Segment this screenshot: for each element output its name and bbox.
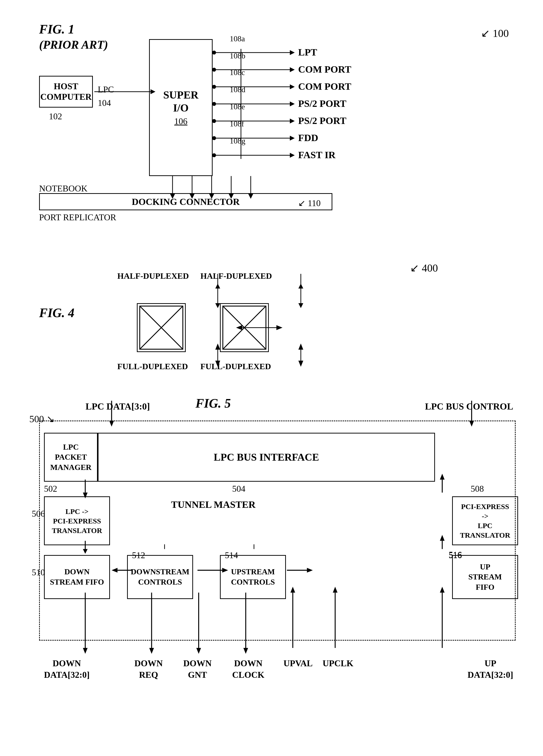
lpc-label: LPC <box>98 84 114 95</box>
fig1-prior-art: (PRIOR ART) <box>39 38 108 51</box>
port-lpt: LPT <box>298 46 317 58</box>
lpc-packet-manager-text: LPC PACKET MANAGER <box>50 442 92 473</box>
fig5-section: FIG. 5 500 ↘ LPC DATA[3:0] LPC BUS CONTR… <box>24 394 538 712</box>
lpc-bus-if-text: LPC BUS INTERFACE <box>214 451 319 463</box>
svg-marker-87 <box>149 648 154 654</box>
ref-104: 104 <box>98 98 111 108</box>
ref-508: 508 <box>471 484 484 494</box>
fig1-ref-100: ↙ 100 <box>481 27 509 40</box>
svg-point-23 <box>212 136 216 140</box>
svg-marker-13 <box>290 84 295 89</box>
svg-point-19 <box>212 119 216 123</box>
bottom-label-down-data: DOWNDATA[32:0] <box>44 658 90 681</box>
docking-connector-box: DOCKING CONNECTOR <box>39 193 332 210</box>
ref-108b: 108b <box>230 51 246 60</box>
ref-514: 514 <box>225 550 238 560</box>
fig4-section: FIG. 4 ↙ 400 HALF-DUPLEXED HALF-DUPLEXED… <box>20 249 523 384</box>
svg-marker-56 <box>215 361 220 367</box>
bottom-label-down-clock: DOWNCLOCK <box>232 658 265 681</box>
fig1-section: FIG. 1 (PRIOR ART) ↙ 100 HOST COMPUTER 1… <box>20 15 523 235</box>
bottom-label-upclk: UPCLK <box>322 658 353 669</box>
ref-502: 502 <box>44 484 57 494</box>
svg-marker-89 <box>196 648 201 654</box>
bottom-label-upval: UPVAL <box>283 658 312 669</box>
tunnel-master-label: TUNNEL MASTER <box>171 499 256 510</box>
lpc-pci-trans-text: LPC -> PCI-EXPRESS TRANSLATOR <box>52 507 102 535</box>
pci-lpc-trans-text: PCI-EXPRESS -> LPC TRANSLATOR <box>460 502 510 540</box>
port-com2: COM PORT <box>298 81 351 92</box>
up-stream-fifo-text: UP STREAM FIFO <box>468 562 502 592</box>
downstream-controls-box: DOWNSTREAM CONTROLS <box>127 555 193 599</box>
upstream-controls-text: UPSTREAM CONTROLS <box>231 567 275 587</box>
ref-510: 510 <box>32 567 45 578</box>
ref-512: 512 <box>132 550 145 560</box>
ref-102: 102 <box>49 111 62 122</box>
ref-108e: 108e <box>230 102 245 111</box>
pci-lpc-trans-box: PCI-EXPRESS -> LPC TRANSLATOR <box>452 496 518 545</box>
notebook-label: NOTEBOOK <box>39 183 88 194</box>
bottom-label-down-gnt: DOWNGNT <box>183 658 212 681</box>
svg-marker-21 <box>290 119 295 123</box>
ref-108d: 108d <box>230 85 246 94</box>
upstream-controls-box: UPSTREAM CONTROLS <box>220 555 286 599</box>
port-ps2-1: PS/2 PORT <box>298 98 346 109</box>
svg-marker-64 <box>276 325 282 330</box>
up-stream-fifo-box: UP STREAM FIFO <box>452 555 518 599</box>
port-fastir: FAST IR <box>298 149 335 161</box>
svg-marker-50 <box>215 303 220 308</box>
bottom-label-up-data: UPDATA[32:0] <box>467 658 513 681</box>
svg-marker-17 <box>290 101 295 106</box>
fig5-label: FIG. 5 <box>196 396 231 411</box>
fig4-svg <box>20 249 523 384</box>
ref-108a: 108a <box>230 34 245 43</box>
super-io-box: SUPERI/O 106 <box>149 39 213 176</box>
down-stream-fifo-text: DOWN STREAM FIFO <box>50 567 104 587</box>
svg-marker-9 <box>290 67 295 72</box>
port-ps2-2: PS/2 PORT <box>298 115 346 126</box>
host-computer-text: HOST COMPUTER <box>40 81 92 102</box>
super-io-text: SUPERI/O <box>163 89 199 115</box>
ref-516-label: 516 <box>449 550 462 560</box>
ref-108c: 108c <box>230 68 245 77</box>
downstream-controls-text: DOWNSTREAM CONTROLS <box>131 567 190 587</box>
docking-connector-text: DOCKING CONNECTOR <box>132 196 240 207</box>
svg-marker-58 <box>215 344 220 350</box>
svg-point-11 <box>212 85 216 89</box>
svg-marker-85 <box>83 648 88 654</box>
down-stream-fifo-box: DOWN STREAM FIFO <box>44 555 110 599</box>
port-com1: COM PORT <box>298 64 351 75</box>
lpc-packet-manager-box: LPC PACKET MANAGER <box>44 433 98 482</box>
svg-marker-29 <box>290 153 295 158</box>
svg-point-7 <box>212 68 216 72</box>
lpc-data-label: LPC DATA[3:0] <box>86 401 150 412</box>
bottom-label-down-req: DOWNREQ <box>134 658 163 681</box>
ref-108f: 108f <box>230 119 244 128</box>
svg-marker-54 <box>298 303 303 308</box>
svg-point-27 <box>212 153 216 157</box>
lpc-pci-trans-box: LPC -> PCI-EXPRESS TRANSLATOR <box>44 496 110 545</box>
port-replicator-label: PORT REPLICATOR <box>39 212 116 222</box>
ref-504: 504 <box>232 484 246 494</box>
super-io-ref: 106 <box>174 116 188 126</box>
svg-marker-91 <box>244 648 248 654</box>
svg-marker-5 <box>290 50 295 55</box>
svg-point-15 <box>212 102 216 106</box>
svg-marker-65 <box>236 325 242 330</box>
svg-marker-25 <box>290 136 295 141</box>
svg-marker-62 <box>298 344 303 350</box>
port-fdd: FDD <box>298 132 318 144</box>
ref-506: 506 <box>32 509 45 519</box>
fig1-label: FIG. 1 <box>39 22 74 36</box>
svg-marker-60 <box>298 361 303 367</box>
svg-point-3 <box>212 51 216 55</box>
lpc-bus-ctrl-label: LPC BUS CONTROL <box>425 401 513 412</box>
ref-108g: 108g <box>230 136 246 145</box>
lpc-bus-if-box: LPC BUS INTERFACE <box>98 433 435 482</box>
host-computer-box: HOST COMPUTER <box>39 76 93 108</box>
ref-110: ↙ 110 <box>298 198 320 208</box>
